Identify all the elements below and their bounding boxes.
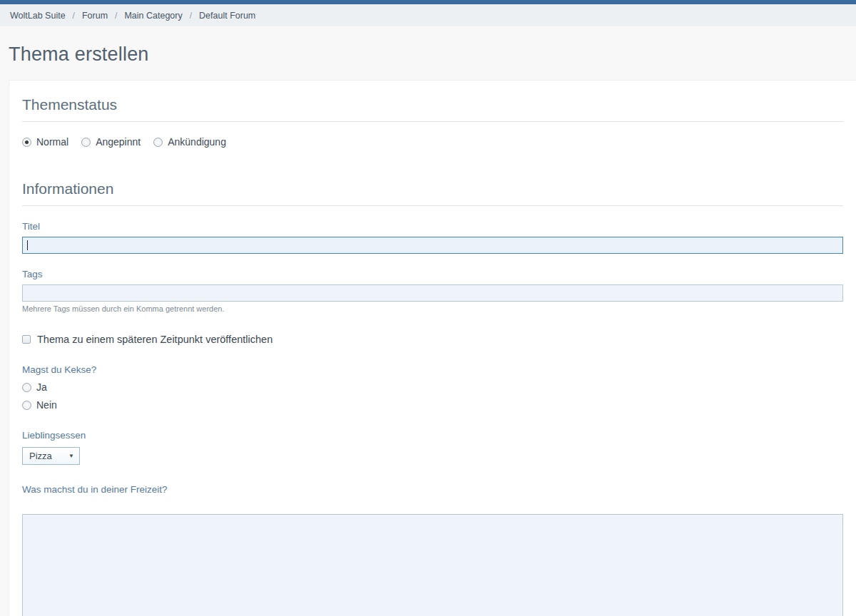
radio-icon [81,138,91,147]
breadcrumb-item-woltlab-suite[interactable]: WoltLab Suite [10,11,66,21]
titel-input[interactable] [22,237,843,254]
breadcrumb-separator: / [73,11,75,21]
freizeit-label: Was machst du in deiner Freizeit? [22,484,843,495]
lieblingsessen-select[interactable]: Pizza ▼ [22,447,80,465]
tags-label: Tags [22,269,843,279]
schedule-checkbox-label: Thema zu einem späteren Zeitpunkt veröff… [37,334,272,345]
field-tags: Tags Mehrere Tags müssen durch ein Komma… [22,269,843,313]
text-caret [27,240,28,250]
radio-nein-label: Nein [36,399,57,411]
breadcrumb-separator: / [115,11,117,21]
kekse-label: Magst du Kekse? [22,364,843,375]
kekse-radio-group: Ja Nein [22,381,843,411]
radio-normal-label: Normal [36,136,68,148]
radio-icon [153,138,163,147]
section-heading-themenstatus: Themenstatus [22,96,843,122]
section-informationen: Informationen Titel Tags Mehrere Tags mü… [22,180,843,616]
section-themenstatus: Themenstatus Normal Angepinnt Ankündigun… [22,96,843,148]
select-value: Pizza [29,451,52,461]
radio-nein[interactable]: Nein [22,399,843,411]
content-header: Thema erstellen [0,26,856,80]
field-schedule: Thema zu einem späteren Zeitpunkt veröff… [22,334,843,345]
radio-normal[interactable]: Normal [22,136,68,148]
field-kekse: Magst du Kekse? Ja Nein [22,364,843,411]
breadcrumb-item-main-category[interactable]: Main Category [124,11,182,21]
breadcrumb-separator: / [190,11,192,21]
tags-help-text: Mehrere Tags müssen durch ein Komma getr… [22,304,843,313]
form-card: Themenstatus Normal Angepinnt Ankündigun… [9,80,856,616]
breadcrumb-item-default-forum[interactable]: Default Forum [199,11,255,21]
radio-ankuendigung-label: Ankündigung [168,136,226,148]
radio-ankuendigung[interactable]: Ankündigung [153,136,226,148]
freizeit-textarea[interactable] [22,514,843,616]
radio-angepinnt[interactable]: Angepinnt [81,136,141,148]
radio-icon [22,401,31,410]
radio-ja[interactable]: Ja [22,381,843,393]
section-heading-informationen: Informationen [22,180,843,206]
field-titel: Titel [22,221,843,254]
titel-label: Titel [22,221,843,232]
field-lieblingsessen: Lieblingsessen Pizza ▼ [22,430,843,465]
themenstatus-radio-group: Normal Angepinnt Ankündigung [22,136,843,148]
schedule-checkbox[interactable]: Thema zu einem späteren Zeitpunkt veröff… [22,334,843,345]
breadcrumb: WoltLab Suite / Forum / Main Category / … [0,4,856,26]
radio-angepinnt-label: Angepinnt [96,136,141,148]
lieblingsessen-label: Lieblingsessen [22,430,843,441]
radio-ja-label: Ja [36,381,47,393]
radio-icon [22,138,31,147]
chevron-down-icon: ▼ [68,453,74,459]
page-title: Thema erstellen [9,43,847,66]
breadcrumb-item-forum[interactable]: Forum [82,11,108,21]
tags-input[interactable] [22,284,843,302]
radio-icon [22,383,31,392]
checkbox-icon [22,335,31,344]
field-freizeit: Was machst du in deiner Freizeit? [22,484,843,616]
